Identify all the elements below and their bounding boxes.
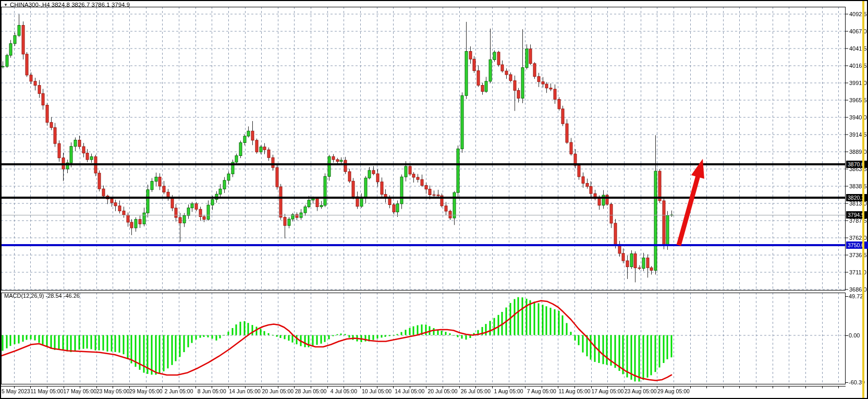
- time-tick-label: 23 May 05:00: [96, 388, 130, 394]
- window-edge-strip: [862, 1, 864, 398]
- chart-canvas[interactable]: [0, 0, 868, 399]
- bid-price-tag: 3794.9: [846, 211, 868, 219]
- time-tick-label: 11 May 05:00: [31, 388, 64, 394]
- time-tick-label: 17 Aug 05:00: [591, 388, 624, 394]
- time-tick-label: 14 Jun 05:00: [229, 388, 261, 394]
- time-tick-label: 29 Aug 05:00: [657, 388, 690, 394]
- macd-indicator-label: MACD(12,26,9) -28.54 -46.26: [4, 293, 80, 299]
- time-tick-label: 2 Jun 05:00: [165, 388, 193, 394]
- macd-tick-label: 0.00: [849, 332, 860, 338]
- chevron-down-icon[interactable]: ▼: [4, 3, 8, 7]
- time-tick-label: 20 Jun 05:00: [262, 388, 294, 394]
- time-tick-label: 11 Aug 05:00: [559, 388, 591, 394]
- time-tick-label: 28 Jun 05:00: [295, 388, 327, 394]
- symbol-ohlc-label: CHINA300-,H4 3824.8 3826.7 3786.1 3794.9: [10, 2, 130, 8]
- time-tick-label: 17 May 05:00: [63, 388, 96, 394]
- time-tick-label: 10 Jul 05:00: [362, 388, 392, 394]
- trading-chart-window: ▼CHINA300-,H4 3824.8 3826.7 3786.1 3794.…: [0, 0, 868, 399]
- symbol-title-bar[interactable]: ▼CHINA300-,H4 3824.8 3826.7 3786.1 3794.…: [4, 2, 130, 8]
- time-tick-label: 20 Jul 05:00: [428, 388, 458, 394]
- time-tick-label: 5 May 2023: [2, 388, 30, 394]
- level-3870-tag: 3870.0: [846, 161, 868, 168]
- time-tick-label: 29 May 05:00: [129, 388, 163, 394]
- time-tick-label: 7 Aug 05:00: [527, 388, 556, 394]
- time-tick-label: 14 Jul 05:00: [395, 388, 424, 394]
- time-tick-label: 23 Aug 05:00: [625, 388, 657, 394]
- time-tick-label: 8 Jun 05:00: [198, 388, 226, 394]
- macd-tick-label: 49.72: [849, 293, 863, 299]
- time-tick-label: 1 Aug 05:00: [494, 388, 523, 394]
- time-tick-label: 4 Jul 05:00: [331, 388, 357, 394]
- level-3750-tag: 3750.0: [846, 241, 868, 249]
- level-3820-tag: 3820.1: [846, 194, 868, 201]
- time-tick-label: 26 Jul 05:00: [461, 388, 491, 394]
